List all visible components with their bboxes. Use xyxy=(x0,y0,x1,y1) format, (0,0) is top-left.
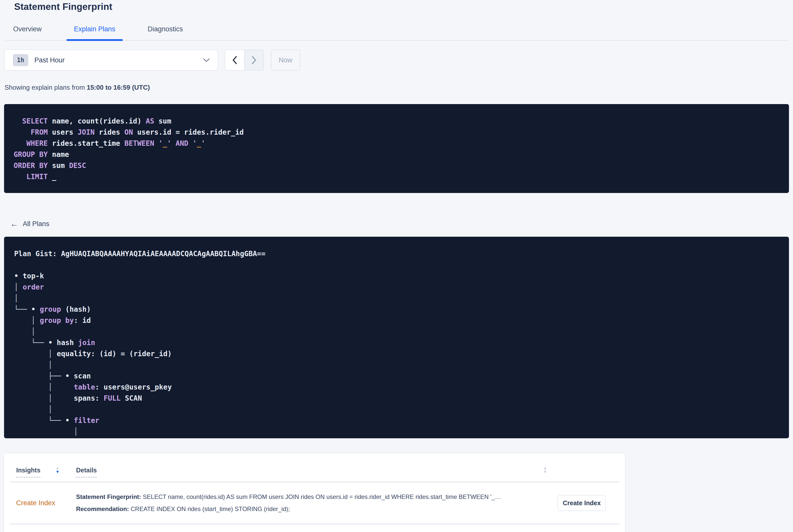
statement-fingerprint-label: Statement Fingerprint: xyxy=(76,493,141,500)
code-line: ├── • scan xyxy=(14,370,789,382)
code-line: LIMIT _ xyxy=(14,171,789,183)
chevron-down-icon xyxy=(203,58,210,62)
recommendation-text: CREATE INDEX ON rides (start_time) STORI… xyxy=(129,506,290,512)
tab-bar: Overview Explain Plans Diagnostics xyxy=(5,25,789,41)
code-line: │ xyxy=(14,326,789,337)
insight-table-row: Create Index Statement Fingerprint: SELE… xyxy=(10,482,619,524)
code-line: └── • filter xyxy=(14,415,789,426)
create-index-button[interactable]: Create Index xyxy=(558,495,606,511)
arrow-left-icon: ← xyxy=(10,219,18,229)
code-line: FROM users JOIN rides ON users.id = ride… xyxy=(14,127,789,138)
recommendation-label: Recommendation: xyxy=(76,506,129,512)
now-button[interactable]: Now xyxy=(271,50,300,71)
all-plans-back-link[interactable]: ← All Plans xyxy=(10,219,49,229)
insight-type-cell: Create Index xyxy=(16,499,76,507)
page-title: Statement Fingerprint xyxy=(14,1,789,12)
code-line: │ table: users@users_pkey xyxy=(14,382,789,393)
code-line: ORDER BY sum DESC xyxy=(14,160,789,171)
triangle-down-icon: ▼ xyxy=(543,470,547,474)
chevron-left-icon xyxy=(232,56,238,64)
tab-diagnostics[interactable]: Diagnostics xyxy=(140,25,191,40)
tab-explain-plans[interactable]: Explain Plans xyxy=(67,25,123,40)
tab-overview[interactable]: Overview xyxy=(5,25,49,40)
code-line: │ xyxy=(14,426,789,437)
statement-fingerprint-line: Statement Fingerprint: SELECT name, coun… xyxy=(76,491,548,503)
all-plans-label: All Plans xyxy=(23,220,49,228)
details-column-label: Details xyxy=(76,467,97,477)
insight-details-cell: Statement Fingerprint: SELECT name, coun… xyxy=(76,491,558,515)
statement-fingerprint-text: SELECT name, count(rides.id) AS sum FROM… xyxy=(141,493,501,500)
code-line: │ xyxy=(14,437,789,438)
triangle-down-icon: ▼ xyxy=(56,470,60,474)
plan-gist-block: Plan Gist: AgHUAQIABQAAAAHYAQIAiAEAAAADC… xyxy=(4,237,789,438)
create-index-link[interactable]: Create Index xyxy=(16,499,55,507)
code-line: │ group by: id xyxy=(14,315,789,326)
sort-icon-insights[interactable]: ▲ ▼ xyxy=(56,466,60,474)
insights-column-label: Insights xyxy=(16,467,40,477)
time-range-dropdown[interactable]: 1h Past Hour xyxy=(4,50,218,71)
insights-table-card: Insights ▲ ▼ Details ▲ ▼ Create Index xyxy=(4,453,625,532)
code-line: │ xyxy=(14,293,789,304)
code-line: WHERE rides.start_time BETWEEN '_' AND '… xyxy=(14,138,789,149)
triangle-up-icon: ▲ xyxy=(56,466,60,470)
code-line: └── • hash join xyxy=(14,337,789,348)
code-line: │ xyxy=(14,359,789,370)
chevron-right-icon xyxy=(251,56,257,64)
sort-icon-details[interactable]: ▲ ▼ xyxy=(543,466,547,474)
next-time-button[interactable] xyxy=(244,50,264,70)
statement-fingerprint-page: Statement Fingerprint Overview Explain P… xyxy=(0,1,793,532)
recommendation-line: Recommendation: CREATE INDEX ON rides (s… xyxy=(76,503,548,515)
time-range-label: Past Hour xyxy=(34,56,203,64)
time-selector-row: 1h Past Hour xyxy=(4,50,789,71)
code-line: • top-k xyxy=(14,270,789,282)
details-column-header[interactable]: Details ▲ ▼ xyxy=(76,467,613,477)
previous-time-button[interactable] xyxy=(225,50,244,70)
code-line: │ order xyxy=(14,282,789,293)
code-line: GROUP BY name xyxy=(14,149,789,160)
code-line: │ xyxy=(14,404,789,415)
showing-range-value: 15:00 to 16:59 (UTC) xyxy=(87,83,150,91)
insights-column-header[interactable]: Insights ▲ ▼ xyxy=(16,467,76,477)
code-line: └── • group (hash) xyxy=(14,304,789,315)
showing-range-prefix: Showing explain plans from xyxy=(4,83,87,91)
code-line: Plan Gist: AgHUAQIABQAAAAHYAQIAiAEAAAADC… xyxy=(14,248,789,260)
code-line xyxy=(14,260,789,270)
insights-table-header: Insights ▲ ▼ Details ▲ ▼ xyxy=(10,453,619,482)
sql-statement-block: SELECT name, count(rides.id) AS sum FROM… xyxy=(4,104,789,193)
code-line: SELECT name, count(rides.id) AS sum xyxy=(14,116,789,127)
time-nav-group xyxy=(225,50,264,71)
code-line: │ spans: FULL SCAN xyxy=(14,393,789,404)
triangle-up-icon: ▲ xyxy=(543,466,547,470)
showing-range-text: Showing explain plans from 15:00 to 16:5… xyxy=(4,83,789,92)
code-line: │ equality: (id) = (rider_id) xyxy=(14,348,789,359)
time-range-badge: 1h xyxy=(13,54,28,66)
